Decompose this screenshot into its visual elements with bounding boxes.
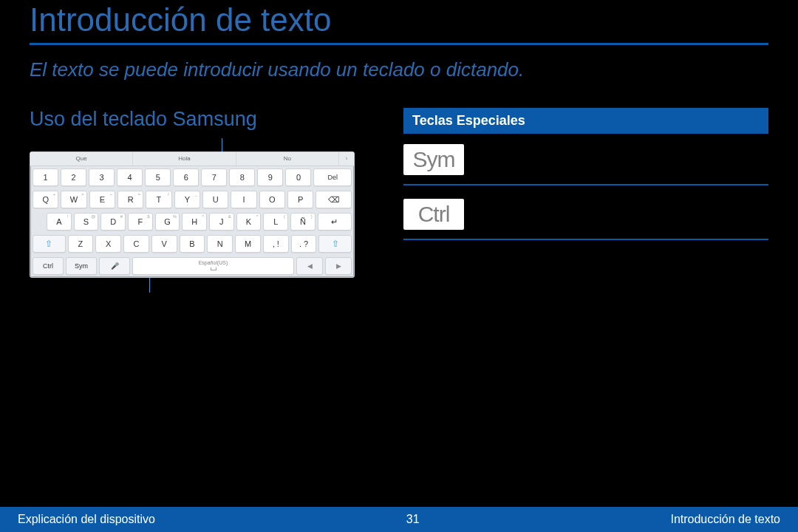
footer-breadcrumb-left: Explicación del dispositivo [18, 513, 155, 526]
key-letter: T/ [146, 191, 171, 208]
keyboard-row-3: ⇧ Z X C V B N M , ! . ? ⇧ [30, 233, 354, 255]
key-arrow-left-icon: ◀ [296, 257, 323, 275]
keyboard-suggestion: Que [30, 152, 133, 166]
key-ctrl: Ctrl [33, 257, 64, 275]
key-shift-icon: ⇧ [33, 235, 66, 253]
special-keys-heading: Teclas Especiales [403, 108, 768, 134]
special-key-chip-ctrl: Ctrl [403, 199, 464, 230]
key-letter: N [207, 235, 233, 253]
keyboard-suggestion-more: › [339, 152, 354, 166]
samsung-keyboard-illustration: Que Hola No › 1 2 3 4 5 6 7 8 9 0 Del [30, 151, 355, 278]
key-arrow-right-icon: ▶ [325, 257, 352, 275]
key-space: Español(US) ⌴ [132, 257, 294, 275]
keyboard-suggestion: Hola [133, 152, 236, 166]
key-letter: Z [68, 235, 94, 253]
column-right: Teclas Especiales Sym Ctrl [403, 108, 768, 250]
key-letter: P [287, 191, 313, 208]
page-subtitle: El texto se puede introducir usando un t… [30, 58, 768, 81]
key-mic-icon: 🎤 [99, 257, 130, 275]
key-number: 0 [285, 168, 311, 186]
key-letter: . ? [291, 235, 317, 253]
key-number: 5 [145, 168, 171, 186]
key-letter: E÷ [89, 191, 115, 208]
special-key-chip-sym: Sym [403, 144, 464, 175]
callout-line-top [222, 138, 222, 151]
key-letter: Y_ [174, 191, 200, 208]
key-letter: O [259, 191, 285, 208]
key-letter: R= [117, 191, 143, 208]
keyboard-suggestion-bar: Que Hola No › [30, 152, 354, 166]
key-letter: S@ [74, 213, 99, 231]
key-del: Del [313, 168, 352, 186]
callout-line-bottom [149, 278, 150, 293]
key-letter: H^ [182, 213, 207, 231]
key-number: 8 [229, 168, 255, 186]
key-letter: Q+ [33, 191, 58, 208]
key-number: 9 [257, 168, 283, 186]
footer-breadcrumb-right: Introducción de texto [670, 513, 780, 526]
column-left: Uso del teclado Samsung Que Hola No › 1 … [30, 108, 377, 294]
key-letter: B [180, 235, 205, 253]
keyboard-row-1: Q+ W× E÷ R= T/ Y_ U I O P ⌫ [30, 188, 354, 211]
title-rule [30, 43, 768, 45]
key-letter: Ñ) [290, 213, 316, 231]
key-letter: J& [209, 213, 234, 231]
keyboard-row-bottom: Ctrl Sym 🎤 Español(US) ⌴ ◀ ▶ [30, 255, 354, 277]
key-letter: G% [155, 213, 180, 231]
special-key-row: Sym [403, 141, 768, 185]
key-letter: K* [236, 213, 262, 231]
content-columns: Uso del teclado Samsung Que Hola No › 1 … [30, 108, 768, 294]
key-letter: M [235, 235, 261, 253]
page-title: Introducción de texto [30, 0, 768, 38]
key-letter: D# [100, 213, 126, 231]
keyboard-suggestion: No [236, 152, 339, 166]
key-letter: C [123, 235, 149, 253]
section-heading-keyboard: Uso del teclado Samsung [30, 108, 377, 131]
key-sym: Sym [66, 257, 97, 275]
key-number: 7 [201, 168, 227, 186]
key-enter-icon: ↵ [318, 213, 352, 231]
key-number: 6 [173, 168, 199, 186]
key-letter: I [231, 191, 256, 208]
key-letter: W× [61, 191, 86, 208]
key-number: 2 [61, 168, 86, 186]
keyboard-row-2: A! S@ D# F$ G% H^ J& K* L( Ñ) ↵ [30, 211, 354, 233]
key-number: 3 [89, 168, 115, 186]
key-letter: L( [263, 213, 288, 231]
key-number: 4 [117, 168, 143, 186]
key-letter: F$ [128, 213, 153, 231]
key-letter: X [95, 235, 121, 253]
key-letter: A! [47, 213, 72, 231]
keyboard-row-numbers: 1 2 3 4 5 6 7 8 9 0 Del [30, 166, 354, 188]
key-letter: , ! [263, 235, 289, 253]
key-shift-icon: ⇧ [318, 235, 352, 253]
key-backspace-icon: ⌫ [316, 191, 352, 208]
key-letter: U [202, 191, 228, 208]
page-footer: Explicación del dispositivo 31 Introducc… [0, 507, 798, 532]
page-root: Introducción de texto El texto se puede … [0, 0, 798, 532]
footer-page-number: 31 [406, 513, 420, 526]
key-letter: V [151, 235, 177, 253]
special-key-row: Ctrl [403, 196, 768, 240]
key-number: 1 [33, 168, 58, 186]
